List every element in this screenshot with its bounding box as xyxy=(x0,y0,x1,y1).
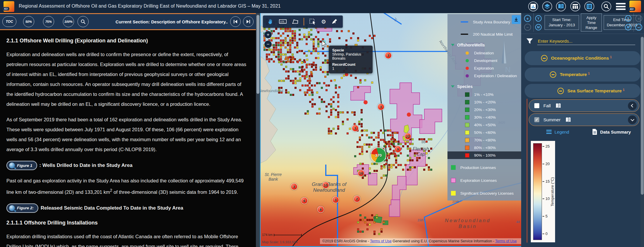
legend-exploration-row: Exploration Licenses xyxy=(447,177,521,184)
list-icon[interactable] xyxy=(584,1,594,11)
right-panel: + − Y M Start Time:January - 2013 ApplyT… xyxy=(521,12,644,247)
figure-1-caption: : Wells Drilled to Date in the Study Are… xyxy=(39,163,132,168)
cluster-pie-marker[interactable]: 370 xyxy=(371,147,386,163)
zoom-75-button[interactable]: 75% xyxy=(43,16,54,27)
select-tool-icon[interactable] xyxy=(309,18,316,25)
legend-species-row[interactable]: 90% - 100% xyxy=(447,151,521,159)
layers-icon[interactable] xyxy=(542,1,552,11)
cluster-marker[interactable]: 18 xyxy=(358,170,364,177)
zoom-out-button[interactable]: − xyxy=(264,40,272,48)
cluster-marker[interactable]: 3 xyxy=(291,183,297,190)
metadata-book-icon[interactable] xyxy=(565,117,572,123)
doc-search-icon[interactable] xyxy=(78,16,89,27)
accordion-sea-surface-temperature[interactable]: Sea Surface Temperature1 xyxy=(525,84,640,98)
end-year-plus-button[interactable]: + xyxy=(635,15,642,22)
cluster-marker[interactable]: 22 xyxy=(404,133,411,140)
menu-icon[interactable] xyxy=(616,3,626,10)
previous-section-button[interactable] xyxy=(230,16,241,27)
document-icon xyxy=(592,129,597,135)
terms-of-use-link[interactable]: Terms of Use xyxy=(495,239,517,243)
figure-1-button[interactable]: Figure 1 xyxy=(6,161,37,170)
start-month-icon[interactable]: M xyxy=(535,24,542,30)
figure-2-button[interactable]: Figure 2: xyxy=(6,203,38,213)
accordion-oceanographic-conditions[interactable]: Oceanographic Conditions1 xyxy=(525,51,640,65)
start-time-box[interactable]: Start Time:January - 2013 xyxy=(545,15,579,30)
header-logo-right[interactable]: ICI xyxy=(629,1,641,12)
legend-download-icon[interactable] xyxy=(512,15,521,24)
summer-checkbox[interactable]: ✓ xyxy=(534,117,539,122)
map-place-label: St. Pierre Bank xyxy=(265,172,282,182)
document-toolbar: TOC 50% 75% 100% Current Section: Descri… xyxy=(0,13,256,30)
chart-icon[interactable] xyxy=(528,1,538,11)
end-year-minus-button[interactable]: − xyxy=(635,24,642,31)
cluster-marker[interactable]: 3 xyxy=(332,196,339,203)
map-tooltip: Specie Shrimp, Pandalus Borealis RecordC… xyxy=(329,46,373,73)
toc-button[interactable]: TOC xyxy=(2,16,16,27)
zoom-50-button[interactable]: 50% xyxy=(23,16,34,27)
well-type-dot xyxy=(466,74,469,77)
start-year-plus-button[interactable]: + xyxy=(524,15,531,22)
cluster-marker[interactable]: 10 xyxy=(322,182,329,189)
summer-collapse-chevron[interactable] xyxy=(628,115,637,124)
columns-icon[interactable] xyxy=(570,1,580,11)
colorbar-tick-label: 0 xyxy=(545,232,547,236)
document-scrollbar[interactable] xyxy=(256,13,260,247)
scale-bar: 174 km xyxy=(262,233,303,237)
search-icon[interactable] xyxy=(601,1,611,11)
species-percent-swatch xyxy=(465,138,469,142)
zoom-100-button[interactable]: 100% xyxy=(63,16,74,27)
settings-gear-icon[interactable]: ⚙ xyxy=(321,18,326,25)
pan-hand-icon[interactable] xyxy=(268,18,274,25)
zoom-in-button[interactable]: + xyxy=(264,31,272,39)
legend-sdl-row: Significant Discovery Licenses xyxy=(447,189,521,197)
species-percent-swatch xyxy=(465,146,469,150)
cluster-marker[interactable]: 3 xyxy=(352,125,359,132)
map-canvas[interactable]: NewfoundlandSt. Pierre BankGrand Banks o… xyxy=(260,12,521,247)
cluster-marker[interactable]: 9 xyxy=(395,146,401,153)
end-month-icon[interactable]: M xyxy=(625,24,631,30)
species-percent-swatch xyxy=(465,100,469,104)
map-place-label: Newfoundland Basin xyxy=(445,218,491,229)
legend-label: 200 Nautical Mile Limit xyxy=(473,32,513,37)
end-year-icon[interactable]: Y xyxy=(625,15,631,22)
fall-expand-chevron[interactable] xyxy=(628,101,637,110)
layer-row-fall[interactable]: Fall xyxy=(529,99,639,112)
legend-label: Production Licenses xyxy=(460,165,496,170)
end-time-box[interactable]: End Time:December - 2019 xyxy=(604,15,640,30)
layer-row-summer[interactable]: ✓ Summer xyxy=(529,113,639,126)
svg-text:123: 123 xyxy=(280,20,284,23)
terms-of-use-link[interactable]: Terms of Use xyxy=(370,239,392,243)
document-panel: TOC 50% 75% 100% Current Section: Descri… xyxy=(0,13,256,247)
figure-2-row: Figure 2: Released Seismic Data Complete… xyxy=(6,203,247,213)
doc-heading-1: 2.1.1 Offshore Well Drilling (Exploratio… xyxy=(6,38,247,44)
fall-label: Fall xyxy=(543,103,551,108)
document-body[interactable]: 2.1.1 Offshore Well Drilling (Exploratio… xyxy=(0,30,256,247)
cluster-marker[interactable]: 3 xyxy=(378,103,384,110)
measure-distance-icon[interactable]: 123 xyxy=(279,19,287,24)
apply-time-range-button[interactable]: ApplyTimeRange xyxy=(581,13,602,32)
right-panel-scrollbar[interactable] xyxy=(640,34,644,247)
book-icon[interactable] xyxy=(556,1,566,11)
measure-area-icon[interactable] xyxy=(292,19,299,25)
legend-group-species[interactable]: Species xyxy=(451,84,521,89)
legend-species-row: 1% - <10% xyxy=(447,91,521,98)
cluster-marker[interactable]: 6 xyxy=(301,197,308,204)
tab-data-summary[interactable]: Data Summary xyxy=(592,129,631,135)
app-window: ICI Regional Assessment of Offshore Oil … xyxy=(0,0,644,247)
metadata-book-icon[interactable] xyxy=(555,103,562,109)
draw-pencil-icon[interactable] xyxy=(331,18,338,25)
figure-1-row: Figure 1 : Wells Drilled to Date in the … xyxy=(6,161,247,170)
fall-checkbox[interactable] xyxy=(534,103,539,108)
next-section-button[interactable] xyxy=(243,16,254,27)
tab-legend[interactable]: Legend xyxy=(546,129,569,135)
temperature-colorbar xyxy=(533,143,542,240)
keywords-input[interactable] xyxy=(537,37,635,45)
start-year-icon[interactable]: Y xyxy=(535,15,542,22)
accordion-temperature[interactable]: Temperature1 xyxy=(525,68,640,82)
start-year-minus-button[interactable]: − xyxy=(524,24,531,31)
cluster-marker[interactable]: 3 xyxy=(385,52,392,59)
cluster-marker[interactable]: 8 xyxy=(317,206,324,213)
legend-label: 90% - 100% xyxy=(474,153,496,158)
cluster-marker[interactable]: 2 xyxy=(354,196,360,202)
map-place-label: Newfoundland xyxy=(260,89,283,93)
